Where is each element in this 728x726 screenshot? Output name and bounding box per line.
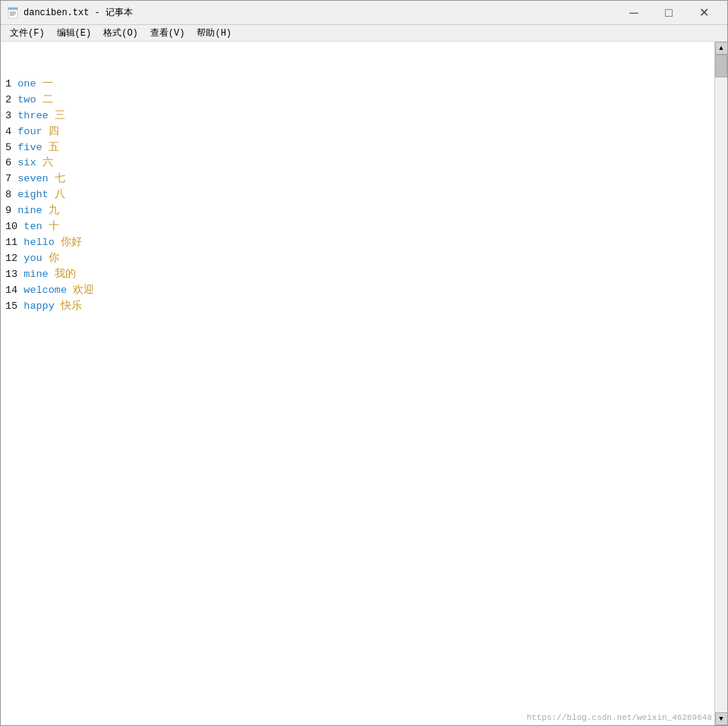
close-button[interactable]: ✕	[686, 1, 721, 25]
scroll-track[interactable]	[715, 55, 727, 712]
scroll-up-button[interactable]: ▲	[715, 42, 728, 55]
text-container: 1 one 一 2 two 二 3 three 三 4 four 四 5 fiv…	[1, 42, 727, 725]
svg-rect-1	[8, 8, 17, 10]
menu-bar: 文件(F) 编辑(E) 格式(O) 查看(V) 帮助(H)	[1, 25, 727, 42]
text-line: 15 happy 快乐	[5, 299, 710, 315]
menu-help[interactable]: 帮助(H)	[191, 25, 238, 41]
maximize-button[interactable]: □	[651, 1, 686, 25]
text-line: 7 seven 七	[5, 171, 710, 187]
text-line: 1 one 一	[5, 77, 710, 93]
scrollbar[interactable]: ▲ ▼	[714, 42, 727, 725]
title-bar: danciben.txt - 记事本 ─ □ ✕	[1, 1, 727, 25]
text-line: 13 mine 我的	[5, 267, 710, 283]
notepad-icon	[7, 7, 19, 19]
text-line: 4 four 四	[5, 124, 710, 140]
text-line: 12 you 你	[5, 251, 710, 267]
watermark: https://blog.csdn.net/weixin_46269648	[527, 713, 712, 722]
text-editor[interactable]: 1 one 一 2 two 二 3 three 三 4 four 四 5 fiv…	[1, 42, 714, 725]
menu-edit[interactable]: 编辑(E)	[51, 25, 98, 41]
text-line: 8 eight 八	[5, 187, 710, 203]
menu-view[interactable]: 查看(V)	[144, 25, 191, 41]
scroll-down-button[interactable]: ▼	[715, 712, 728, 725]
text-line: 2 two 二	[5, 93, 710, 108]
text-line: 10 ten 十	[5, 219, 710, 235]
text-line: 6 six 六	[5, 156, 710, 171]
text-line: 11 hello 你好	[5, 235, 710, 251]
scroll-thumb[interactable]	[715, 55, 727, 77]
title-bar-left: danciben.txt - 记事本	[7, 6, 133, 19]
text-line: 5 five 五	[5, 140, 710, 156]
window-controls: ─ □ ✕	[616, 1, 721, 25]
text-line: 14 welcome 欢迎	[5, 283, 710, 299]
window-title: danciben.txt - 记事本	[24, 6, 133, 19]
minimize-button[interactable]: ─	[616, 1, 651, 25]
text-line: 9 nine 九	[5, 203, 710, 219]
menu-file[interactable]: 文件(F)	[4, 25, 51, 41]
text-line: 3 three 三	[5, 108, 710, 124]
menu-format[interactable]: 格式(O)	[97, 25, 144, 41]
